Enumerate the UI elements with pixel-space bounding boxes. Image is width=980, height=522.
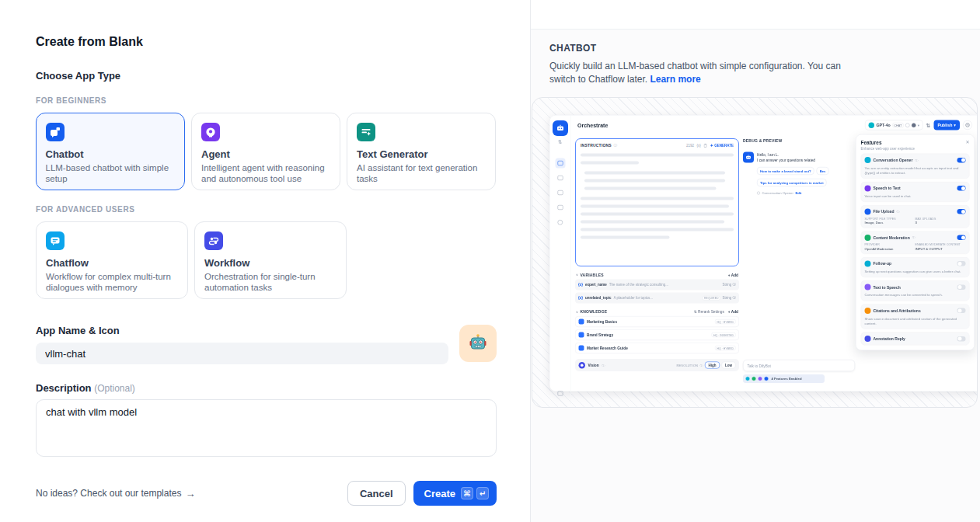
text-to-speech-icon — [865, 284, 871, 290]
greeting-line: I can answer your questions related — [757, 157, 815, 162]
card-desc: AI assistant for text generation tasks — [357, 162, 486, 185]
knowledge-row: Marketing Basics HQ · HYBRID — [575, 316, 739, 327]
suggestion-chip: Bes — [817, 167, 829, 175]
arrow-right-icon: → — [185, 488, 195, 499]
app-type-card-workflow[interactable]: Workflow Orchestration for single-turn a… — [194, 221, 347, 299]
add-variable-button: + Add — [728, 273, 738, 277]
resolution-label: RESOLUTION — [676, 364, 698, 367]
learn-more-link[interactable]: Learn more — [650, 74, 700, 85]
beginner-cards-row: Chatbot LLM-based chatbot with simple se… — [36, 113, 497, 190]
feature-chip-icon — [764, 376, 769, 381]
resolution-low-chip: Low — [722, 361, 736, 368]
follow-up-icon — [865, 260, 871, 266]
feature-toggle — [957, 158, 966, 163]
templates-link-text: No ideas? Check out our templates — [36, 488, 181, 499]
advanced-cards-row: Chatflow Workflow for complex multi-turn… — [36, 221, 497, 299]
feature-toggle — [957, 261, 966, 266]
vision-icon — [579, 362, 586, 369]
app-type-card-text-generator[interactable]: Text Generator AI assistant for text gen… — [347, 113, 496, 190]
app-name-input[interactable] — [36, 343, 448, 364]
description-label: Description (Optional) — [36, 382, 497, 394]
mini-switch-icon: ⇅ — [558, 139, 562, 145]
feature-desc: Show source document and attributed sect… — [865, 316, 966, 325]
features-title: Features — [861, 139, 915, 145]
speech-to-text-icon — [865, 185, 871, 191]
sparkle-icon — [710, 144, 713, 148]
create-from-blank-modal: Create from Blank Choose App Type FOR BE… — [0, 0, 530, 522]
knowledge-row: Market Research Guide HQ · HYBRID — [575, 343, 739, 353]
feature-speech-to-text: Speech to Text Voice input can be used i… — [861, 182, 970, 202]
mini-page-title: Orchestrate — [577, 122, 608, 128]
description-textarea[interactable] — [36, 399, 497, 457]
dataset-badge: HQ · INVERTED — [712, 332, 736, 337]
app-icon-picker[interactable] — [459, 325, 497, 362]
copy-icon — [703, 143, 707, 148]
feature-annotation-reply: Annotation Reply — [861, 332, 970, 345]
app-type-card-agent[interactable]: Agent Intelligent agent with reasoning a… — [191, 113, 340, 190]
dataset-name: Market Research Guide — [587, 346, 712, 350]
app-name-label: App Name & Icon — [36, 325, 448, 336]
model-provider-icon — [868, 122, 874, 128]
app-type-card-chatbot[interactable]: Chatbot LLM-based chatbot with simple se… — [36, 113, 185, 190]
variable-name: unrelated_topic — [585, 296, 612, 300]
features-subtitle: Enhance web-app user experience — [861, 146, 915, 150]
templates-link[interactable]: No ideas? Check out our templates → — [36, 488, 195, 499]
generate-label: GENERATE — [714, 144, 734, 148]
mini-chat-input: Talk to DifyBot — [743, 360, 855, 371]
kv-key: MAX UPLOADS — [915, 217, 966, 220]
variable-type: String ⓢ — [722, 282, 736, 287]
conversation-opener-icon — [865, 157, 871, 163]
workflow-icon — [204, 231, 223, 250]
feature-desc: You are an entity extraction model that … — [865, 165, 966, 175]
content-moderation-icon — [865, 235, 871, 241]
knowledge-row: Brand Strategy HQ · INVERTED — [575, 329, 739, 340]
mini-bottom-icon — [555, 388, 565, 398]
chatbot-icon — [46, 123, 65, 141]
mini-app-icon — [553, 120, 568, 136]
card-desc: LLM-based chatbot with simple setup — [46, 162, 176, 185]
publish-label: Publish — [937, 123, 952, 127]
suggested-questions: Tips for analyzing competitors in market — [757, 179, 855, 186]
description-optional-text: (Optional) — [94, 383, 135, 394]
model-mini-icon-2 — [912, 123, 916, 127]
suggestion-chip: How to make a brand stand out? — [757, 167, 814, 175]
knowledge-title: KNOWLEDGE — [580, 309, 607, 314]
variable-desc: A placeholder for topics... — [614, 296, 701, 300]
kv-key: ENABLED MODERATE CONTENT — [915, 243, 966, 246]
generate-button: GENERATE — [710, 144, 734, 148]
card-desc: Orchestration for single-turn automation… — [204, 271, 337, 294]
feature-toggle — [957, 284, 966, 290]
info-icon: ⓘ — [613, 143, 617, 148]
dataset-icon — [579, 332, 584, 337]
instructions-skeleton-text — [581, 153, 734, 238]
features-enabled-bar: 4 Features Enabled — [743, 374, 825, 383]
card-title: Chatflow — [46, 257, 178, 269]
card-desc: Intelligent agent with reasoning and aut… — [201, 162, 330, 185]
chevron-down-icon: ▾ — [918, 123, 919, 127]
citations-icon — [865, 308, 871, 314]
mini-docs-icon — [555, 187, 565, 197]
greeting-line: Hello, I am L. — [757, 151, 815, 157]
mini-publish-button: Publish ▾ — [933, 120, 960, 130]
card-desc: Workflow for complex multi-turn dialogue… — [46, 271, 178, 294]
description-label-text: Description — [36, 382, 92, 394]
feature-chip-icon — [745, 376, 750, 381]
close-icon: ✕ — [965, 139, 969, 144]
cancel-button[interactable]: Cancel — [347, 481, 406, 506]
mini-header: Orchestrate GPT-4o CHAT ▾ ⇅ — [571, 115, 978, 135]
chatflow-icon — [46, 231, 65, 250]
variable-type: String ⓢ — [722, 295, 736, 301]
kv-value: OpenAI Moderation — [865, 246, 915, 250]
feature-content-moderation: Content Moderation ⓘ PROVIDER OpenAI Mod… — [861, 231, 970, 254]
feature-toggle — [957, 308, 966, 313]
resolution-high-chip: High — [705, 361, 720, 368]
app-type-card-chatflow[interactable]: Chatflow Workflow for complex multi-turn… — [36, 221, 188, 299]
card-title: Chatbot — [46, 148, 176, 160]
create-button[interactable]: Create ⌘ ↵ — [413, 481, 497, 506]
bot-avatar — [743, 151, 754, 162]
card-title: Agent — [201, 148, 330, 160]
feature-chip-icon — [758, 376, 762, 381]
feature-name: Annotation Reply — [874, 336, 905, 341]
info-icon: ⓘ — [896, 210, 899, 214]
debug-preview-title: DEBUG & PREVIEW — [743, 138, 855, 143]
